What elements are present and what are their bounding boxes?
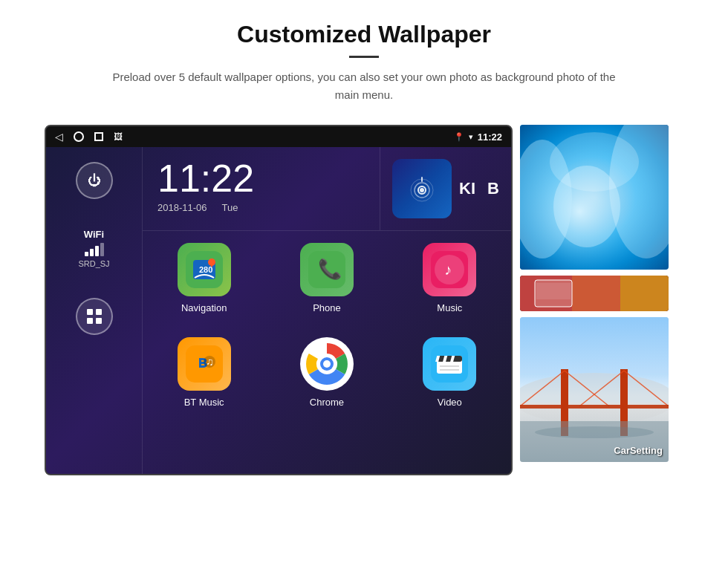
- wifi-bar-3: [95, 246, 99, 256]
- device-body: ⏻ WiFi SRD_SJ: [46, 147, 511, 474]
- radio-widget[interactable]: [392, 159, 452, 218]
- chrome-label: Chrome: [310, 397, 344, 408]
- svg-rect-56: [520, 405, 669, 409]
- svg-point-58: [535, 426, 654, 438]
- wifi-label: WiFi: [78, 229, 109, 240]
- wifi-info: WiFi SRD_SJ: [78, 229, 109, 268]
- video-icon: [423, 337, 476, 391]
- page-description: Preload over 5 default wallpaper options…: [104, 68, 624, 104]
- phone-label: Phone: [313, 302, 341, 313]
- app-bt-music[interactable]: ʙ ♫ BT Music: [143, 325, 265, 420]
- back-icon[interactable]: ◁: [55, 131, 63, 143]
- left-sidebar: ⏻ WiFi SRD_SJ: [46, 147, 143, 474]
- grid-icon: [86, 308, 103, 325]
- wifi-status-icon: ▾: [469, 132, 473, 142]
- title-divider: [349, 56, 379, 58]
- status-bar-right: 📍 ▾ 11:22: [454, 131, 502, 143]
- widget-section: KI B: [380, 147, 511, 230]
- status-bar-left: ◁ 🖼: [55, 131, 123, 143]
- chrome-icon: [300, 337, 354, 391]
- wallpaper-thumbnails: CarSetting: [520, 125, 669, 462]
- svg-text:280: 280: [199, 265, 212, 274]
- music-label: Music: [437, 302, 462, 313]
- app-music[interactable]: ♪ Music: [389, 231, 511, 325]
- navigation-icon: 280: [178, 243, 231, 296]
- day-value: Tue: [222, 202, 238, 213]
- bt-music-label: BT Music: [184, 397, 224, 408]
- home-icon[interactable]: [74, 131, 84, 142]
- page-header: Customized Wallpaper Preload over 5 defa…: [0, 0, 728, 117]
- ki-label: KI: [459, 179, 475, 198]
- svg-text:📞: 📞: [318, 257, 342, 281]
- wallpaper-bridge[interactable]: CarSetting: [520, 317, 669, 462]
- svg-point-26: [323, 360, 331, 368]
- ice-wallpaper-svg: [520, 125, 669, 270]
- video-svg: [431, 345, 468, 383]
- b-label: B: [487, 179, 499, 198]
- date-value: 2018-11-06: [157, 202, 207, 213]
- svg-rect-44: [620, 276, 669, 311]
- wifi-network: SRD_SJ: [78, 259, 109, 268]
- maps-svg: 280: [186, 251, 223, 288]
- quick-labels: KI B: [459, 179, 499, 198]
- recents-icon[interactable]: [94, 132, 103, 141]
- power-button[interactable]: ⏻: [76, 162, 113, 199]
- app-navigation[interactable]: 280 Navigation: [143, 231, 265, 325]
- screenshot-icon: 🖼: [114, 131, 123, 142]
- app-video[interactable]: Video: [389, 325, 511, 420]
- page-title: Customized Wallpaper: [59, 21, 669, 48]
- wallpaper-strip[interactable]: [520, 276, 669, 311]
- radio-icon: [407, 174, 437, 204]
- app-chrome[interactable]: Chrome: [265, 325, 388, 420]
- apps-grid: 280 Navigation: [143, 231, 511, 420]
- music-svg: ♪: [431, 251, 468, 288]
- svg-point-40: [553, 166, 620, 247]
- device-mockup: ◁ 🖼 📍 ▾ 11:22: [45, 125, 513, 475]
- bt-music-svg: ʙ ♫: [186, 345, 223, 383]
- bridge-wallpaper-svg: [520, 317, 669, 462]
- clock-time: 11:22: [157, 159, 365, 198]
- location-icon: 📍: [454, 132, 464, 142]
- app-phone[interactable]: 📞 Phone: [265, 231, 388, 325]
- app-grid-button[interactable]: [76, 298, 113, 335]
- clock-date: 2018-11-06 Tue: [157, 202, 365, 213]
- video-label: Video: [438, 397, 462, 408]
- svg-text:♪: ♪: [444, 261, 452, 278]
- top-info-bar: 11:22 2018-11-06 Tue: [143, 147, 511, 231]
- main-content: ◁ 🖼 📍 ▾ 11:22: [0, 117, 728, 475]
- svg-rect-1: [96, 309, 102, 315]
- clock-section: 11:22 2018-11-06 Tue: [143, 147, 380, 230]
- music-icon: ♪: [423, 243, 476, 296]
- navigation-label: Navigation: [181, 302, 227, 313]
- wifi-bar-1: [85, 252, 88, 256]
- svg-rect-46: [536, 283, 571, 299]
- strip-svg: [520, 276, 669, 311]
- phone-svg: 📞: [308, 251, 345, 288]
- chrome-svg: [303, 340, 351, 388]
- svg-rect-43: [572, 276, 620, 311]
- svg-rect-2: [87, 318, 93, 324]
- svg-rect-29: [437, 356, 462, 362]
- wifi-bars: [78, 243, 109, 256]
- car-setting-label: CarSetting: [614, 445, 663, 456]
- main-screen: 11:22 2018-11-06 Tue: [143, 147, 511, 474]
- wifi-bar-4: [100, 243, 104, 256]
- svg-rect-3: [96, 318, 102, 324]
- svg-rect-0: [87, 309, 93, 315]
- bt-music-icon: ʙ ♫: [178, 337, 231, 391]
- status-bar: ◁ 🖼 📍 ▾ 11:22: [46, 126, 511, 147]
- status-time: 11:22: [478, 131, 502, 143]
- wifi-bar-2: [90, 249, 94, 256]
- wallpaper-ice[interactable]: [520, 125, 669, 270]
- power-icon: ⏻: [88, 173, 101, 189]
- svg-point-7: [420, 188, 424, 192]
- svg-text:♫: ♫: [206, 356, 214, 368]
- phone-icon: 📞: [300, 243, 354, 296]
